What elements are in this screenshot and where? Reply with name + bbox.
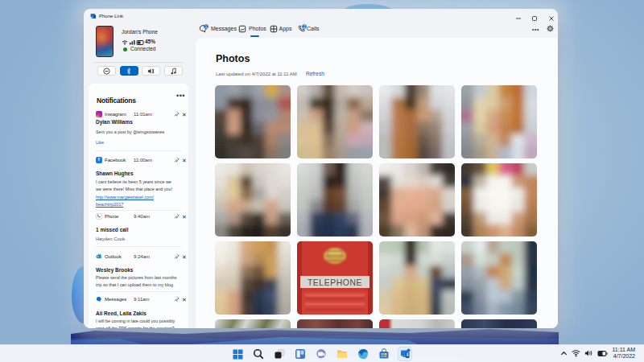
svg-text:2: 2: [303, 24, 306, 29]
svg-text:TELEPHONE: TELEPHONE: [308, 278, 362, 287]
svg-text:1: 1: [205, 24, 208, 29]
